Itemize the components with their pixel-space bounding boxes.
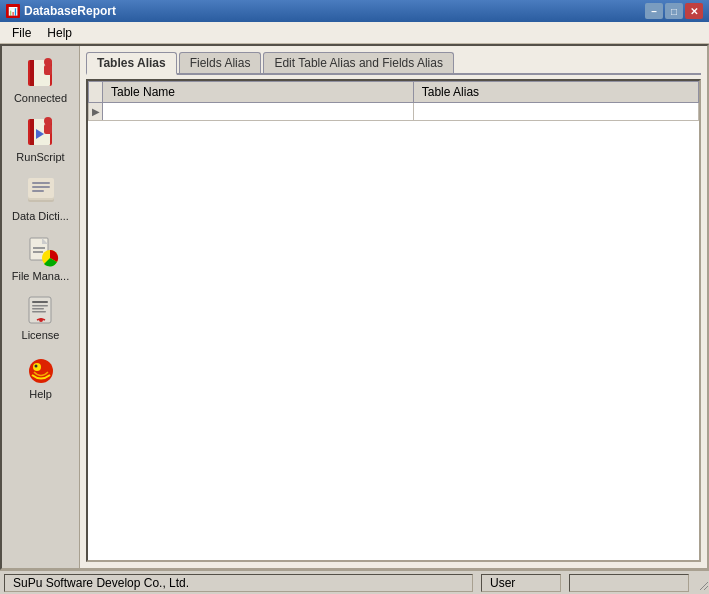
table-row: ▶: [89, 103, 699, 121]
sidebar-item-help-label: Help: [29, 388, 52, 401]
tab-tables-alias[interactable]: Tables Alias: [86, 52, 177, 75]
svg-rect-26: [32, 305, 48, 307]
col-table-name: Table Name: [103, 82, 414, 103]
table-alias-cell[interactable]: [413, 103, 698, 121]
fileman-icon: [22, 234, 60, 268]
tab-fields-alias[interactable]: Fields Alias: [179, 52, 262, 73]
tab-edit-table-alias[interactable]: Edit Table Alias and Fields Alias: [263, 52, 454, 73]
sidebar: Connected RunScript: [2, 46, 80, 568]
resize-handle[interactable]: [693, 575, 709, 591]
sidebar-item-datadict[interactable]: Data Dicti...: [5, 170, 77, 227]
help-icon: [22, 352, 60, 386]
title-bar: 📊 DatabaseReport – □ ✕: [0, 0, 709, 22]
datadict-icon: [22, 174, 60, 208]
minimize-button[interactable]: –: [645, 3, 663, 19]
content-area: Tables Alias Fields Alias Edit Table Ali…: [80, 46, 707, 568]
table-area: Table Name Table Alias ▶: [86, 79, 701, 562]
svg-point-32: [34, 364, 37, 367]
svg-rect-25: [32, 301, 48, 303]
sidebar-item-license[interactable]: License: [5, 289, 77, 346]
tabs-container: Tables Alias Fields Alias Edit Table Ali…: [86, 52, 701, 75]
svg-rect-21: [33, 251, 43, 253]
row-arrow-icon: ▶: [89, 106, 102, 117]
svg-point-3: [44, 58, 52, 66]
svg-rect-16: [32, 190, 44, 192]
main-container: Connected RunScript: [0, 44, 709, 570]
company-label: SuPu Software Develop Co., Ltd.: [13, 576, 189, 590]
user-label: User: [490, 576, 515, 590]
svg-point-29: [39, 318, 43, 322]
col-table-alias: Table Alias: [413, 82, 698, 103]
svg-line-34: [704, 586, 708, 590]
sidebar-item-runscript[interactable]: RunScript: [5, 111, 77, 168]
connected-icon: [22, 56, 60, 90]
window-controls: – □ ✕: [645, 3, 703, 19]
svg-rect-28: [32, 311, 46, 313]
sidebar-item-license-label: License: [22, 329, 60, 342]
status-bar: SuPu Software Develop Co., Ltd. User: [0, 570, 709, 594]
sidebar-item-connected[interactable]: Connected: [5, 52, 77, 109]
runscript-icon: [22, 115, 60, 149]
app-title: DatabaseReport: [24, 4, 116, 18]
sidebar-item-datadict-label: Data Dicti...: [12, 210, 69, 223]
svg-rect-9: [44, 124, 52, 134]
svg-rect-2: [30, 60, 34, 86]
svg-rect-15: [32, 186, 50, 188]
menu-file[interactable]: File: [4, 24, 39, 42]
menu-bar: File Help: [0, 22, 709, 44]
resize-icon: [696, 578, 708, 590]
row-indicator-cell: ▶: [89, 103, 103, 121]
close-button[interactable]: ✕: [685, 3, 703, 19]
table-name-cell[interactable]: [103, 103, 414, 121]
license-icon: [22, 293, 60, 327]
sidebar-item-connected-label: Connected: [14, 92, 67, 105]
row-indicator-header: [89, 82, 103, 103]
status-user: User: [481, 574, 561, 592]
svg-point-8: [44, 117, 52, 125]
svg-rect-7: [30, 119, 34, 145]
app-icon: 📊: [6, 4, 20, 18]
sidebar-item-help[interactable]: Help: [5, 348, 77, 405]
svg-rect-20: [33, 247, 45, 249]
status-company: SuPu Software Develop Co., Ltd.: [4, 574, 473, 592]
sidebar-item-fileman-label: File Mana...: [12, 270, 69, 283]
svg-rect-14: [32, 182, 50, 184]
menu-help[interactable]: Help: [39, 24, 80, 42]
svg-line-33: [700, 582, 708, 590]
sidebar-item-fileman[interactable]: File Mana...: [5, 230, 77, 287]
svg-rect-4: [44, 65, 52, 75]
maximize-button[interactable]: □: [665, 3, 683, 19]
sidebar-item-runscript-label: RunScript: [16, 151, 64, 164]
status-extra: [569, 574, 689, 592]
svg-rect-27: [32, 308, 44, 310]
alias-table: Table Name Table Alias ▶: [88, 81, 699, 121]
